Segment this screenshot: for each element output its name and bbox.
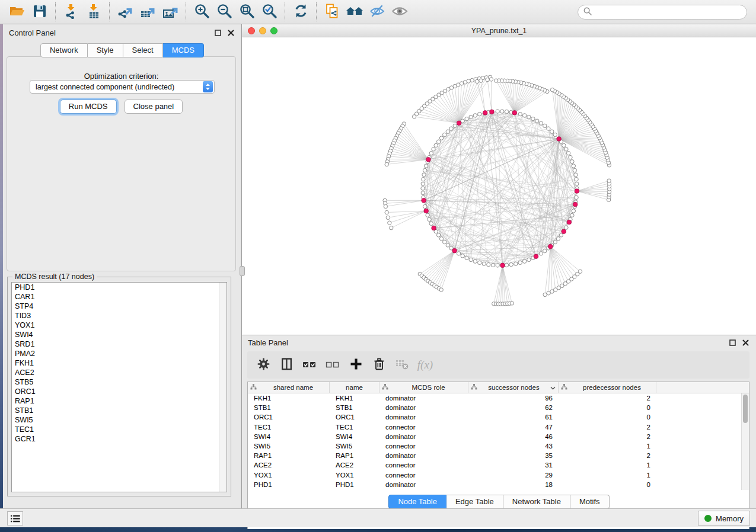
mcds-result-item[interactable]: SWI5 (12, 415, 227, 425)
mcds-result-item[interactable]: YOX1 (12, 321, 227, 330)
delete-table-button[interactable] (393, 356, 411, 374)
cell-successor-nodes: 18 (468, 481, 559, 488)
first-neighbors-button[interactable] (343, 2, 366, 21)
tab-mcds[interactable]: MCDS (163, 43, 204, 57)
toolbar-separator (285, 2, 285, 21)
panel-splitter-handle[interactable] (240, 266, 245, 276)
tab-select[interactable]: Select (123, 43, 163, 57)
mcds-result-list[interactable]: PHD1CAR1STP4TID3YOX1SWI4SRD1PMA2FKH1ACE2… (11, 282, 227, 492)
mcds-result-group: MCDS result (17 nodes) PHD1CAR1STP4TID3Y… (7, 277, 231, 496)
select-all-button[interactable] (301, 356, 318, 374)
close-panel-button[interactable] (226, 28, 235, 37)
table-row[interactable]: SWI4SWI4dominator462 (248, 432, 749, 441)
panel-menu-button[interactable] (7, 511, 23, 525)
tab-style[interactable]: Style (88, 43, 123, 57)
show-column-panel-icon (280, 357, 294, 373)
column-header-successor-nodes[interactable]: successor nodes (468, 382, 559, 393)
refresh-network-button[interactable] (289, 2, 312, 21)
float-panel-button[interactable] (213, 28, 222, 37)
close-table-panel-button[interactable] (741, 338, 750, 347)
mcds-result-item[interactable]: ORC1 (12, 387, 227, 396)
export-network-icon (117, 3, 133, 21)
tab-network-table[interactable]: Network Table (503, 495, 570, 509)
mcds-result-item[interactable]: STB1 (12, 406, 227, 415)
zoom-selected-button[interactable] (258, 2, 280, 21)
mcds-result-item[interactable]: FKH1 (12, 358, 227, 368)
tab-network[interactable]: Network (40, 43, 88, 57)
save-session-icon (32, 4, 47, 21)
column-header-shared-name[interactable]: shared name (248, 382, 330, 393)
window-close-icon[interactable] (248, 27, 255, 34)
show-column-panel-button[interactable] (277, 356, 295, 374)
hide-selected-button[interactable] (366, 2, 388, 21)
mcds-result-item[interactable]: SRD1 (12, 339, 227, 349)
mcds-result-item[interactable]: TID3 (12, 311, 227, 321)
memory-button[interactable]: Memory (698, 511, 750, 526)
zoom-out-button[interactable] (213, 2, 235, 21)
table-row[interactable]: YOX1YOX1connector291 (248, 470, 749, 480)
add-column-button[interactable] (347, 356, 365, 374)
shared-attribute-icon (250, 384, 257, 391)
mcds-result-item[interactable]: RAP1 (12, 396, 227, 406)
export-network-button[interactable] (114, 2, 136, 21)
export-image-button[interactable] (159, 2, 181, 21)
table-settings-icon (257, 357, 270, 373)
scrollbar-thumb[interactable] (743, 395, 748, 423)
function-builder-button[interactable]: f(x) (416, 356, 434, 374)
run-mcds-button[interactable]: Run MCDS (60, 100, 117, 114)
memory-label: Memory (716, 514, 744, 523)
network-window-titlebar[interactable]: YPA_prune.txt_1 (242, 24, 756, 37)
share-document-button[interactable] (321, 2, 343, 21)
save-session-button[interactable] (28, 2, 51, 21)
column-header-name[interactable]: name (330, 382, 379, 393)
mcds-result-item[interactable]: TEC1 (12, 425, 227, 434)
tab-node-table[interactable]: Node Table (388, 495, 446, 509)
close-panel-button-mcds[interactable]: Close panel (125, 100, 183, 114)
table-row[interactable]: TEC1TEC1connector472 (248, 422, 749, 432)
mcds-result-item[interactable]: GCR1 (12, 434, 227, 444)
export-table-button[interactable] (136, 2, 159, 21)
cell-successor-nodes: 61 (468, 414, 559, 421)
import-network-button[interactable] (60, 2, 82, 21)
show-all-button[interactable] (388, 2, 411, 21)
mcds-result-item[interactable]: PHD1 (12, 283, 227, 292)
window-zoom-icon[interactable] (270, 27, 277, 34)
table-panel: Table Panel f(x) shared namenameMCDS rol… (242, 335, 756, 508)
deselect-all-button[interactable] (324, 356, 342, 374)
table-row[interactable]: ACE2ACE2connector311 (248, 460, 749, 470)
cell-predecessor-nodes: 0 (559, 414, 656, 421)
table-row[interactable]: ORC1ORC1dominator610 (248, 412, 749, 422)
table-row[interactable]: STB1STB1dominator620 (248, 403, 749, 412)
mcds-tab-content: Optimization criterion: largest connecte… (7, 56, 236, 271)
mcds-result-item[interactable]: PMA2 (12, 349, 227, 358)
tab-motifs[interactable]: Motifs (570, 495, 610, 509)
open-file-button[interactable] (6, 2, 28, 21)
float-table-panel-button[interactable] (728, 338, 737, 347)
search-box[interactable] (578, 5, 747, 20)
mcds-result-item[interactable]: CAR1 (12, 292, 227, 302)
network-canvas[interactable] (242, 37, 756, 335)
column-header-MCDS-role[interactable]: MCDS role (379, 382, 468, 393)
tab-edge-table[interactable]: Edge Table (446, 495, 503, 509)
mcds-list-scrollbar[interactable] (219, 283, 227, 492)
table-row[interactable]: SWI5SWI5connector431 (248, 441, 749, 451)
table-row[interactable]: PHD1PHD1dominator180 (248, 480, 749, 489)
table-panel-title: Table Panel (248, 338, 288, 347)
search-input[interactable] (595, 8, 741, 17)
optimization-criterion-select[interactable]: largest connected component (undirected) (30, 80, 215, 94)
mcds-result-item[interactable]: STB5 (12, 377, 227, 387)
table-settings-button[interactable] (254, 356, 272, 374)
zoom-fit-button[interactable] (235, 2, 258, 21)
table-row[interactable]: RAP1RAP1dominator352 (248, 451, 749, 460)
zoom-in-button[interactable] (190, 2, 213, 21)
table-vertical-scrollbar[interactable] (741, 393, 749, 490)
open-file-icon (9, 4, 25, 21)
column-header-predecessor-nodes[interactable]: predecessor nodes (559, 382, 656, 393)
table-row[interactable]: FKH1FKH1dominator962 (248, 393, 749, 403)
delete-column-button[interactable] (370, 356, 388, 374)
import-table-button[interactable] (82, 2, 105, 21)
mcds-result-item[interactable]: SWI4 (12, 330, 227, 339)
mcds-result-item[interactable]: ACE2 (12, 368, 227, 377)
mcds-result-item[interactable]: STP4 (12, 302, 227, 311)
window-minimize-icon[interactable] (259, 27, 266, 34)
